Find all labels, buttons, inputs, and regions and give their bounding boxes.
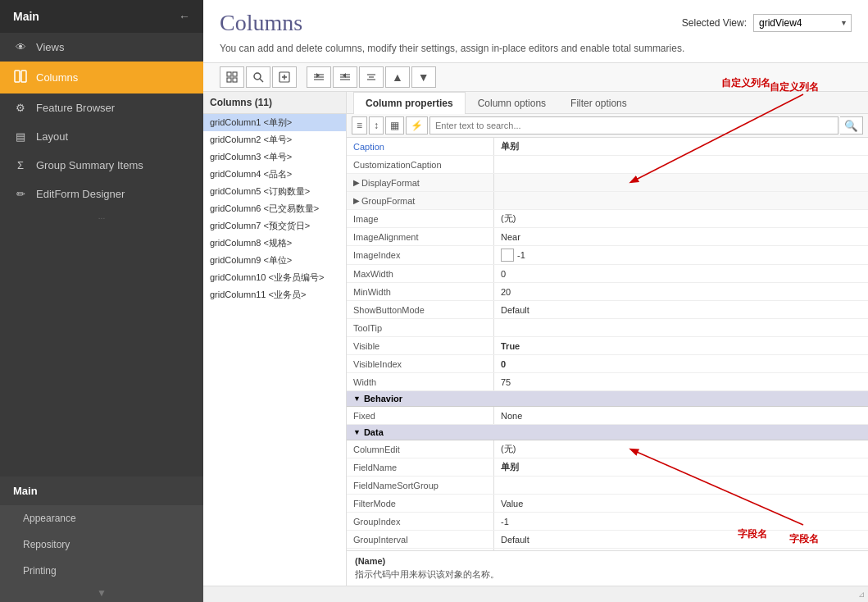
- toolbar-btn-down[interactable]: ▼: [411, 66, 436, 88]
- prop-value-fieldnamesortgroup[interactable]: [494, 477, 868, 494]
- selected-view-row: Selected View: gridView4: [682, 14, 852, 32]
- svg-rect-0: [15, 71, 20, 82]
- prop-value-tooltip[interactable]: [494, 319, 868, 336]
- tab-column-properties[interactable]: Column properties: [353, 92, 466, 114]
- sidebar-nav: 👁 Views Columns ⚙ Feature Browser ▤ Layo…: [0, 33, 203, 477]
- groupformat-expand[interactable]: ▶: [353, 196, 360, 205]
- prop-value-fixed[interactable]: None: [494, 407, 868, 424]
- data-collapse-icon: ▼: [353, 428, 361, 436]
- prop-value-filtermode[interactable]: Value: [494, 495, 868, 512]
- prop-value-imageindex[interactable]: -1: [494, 246, 868, 264]
- prop-row-columnedit: ColumnEdit (无): [347, 440, 868, 458]
- toolbar-btn-up[interactable]: ▲: [385, 66, 410, 88]
- prop-value-showbuttonmode[interactable]: Default: [494, 301, 868, 318]
- toolbar: ▲ ▼: [203, 63, 868, 92]
- props-btn-lightning[interactable]: ⚡: [406, 116, 428, 135]
- column-item-4[interactable]: gridColumn4 <品名>: [203, 166, 346, 183]
- prop-value-minwidth[interactable]: 20: [494, 283, 868, 300]
- sidebar-section-main[interactable]: Main: [0, 477, 203, 505]
- props-btn-sort[interactable]: ↕: [369, 116, 384, 135]
- prop-row-maxwidth: MaxWidth 0: [347, 265, 868, 283]
- column-item-5[interactable]: gridColumn5 <订购数量>: [203, 183, 346, 200]
- section-behavior[interactable]: ▼ Behavior: [347, 391, 868, 407]
- prop-value-groupformat: [494, 192, 868, 209]
- prop-name-minwidth: MinWidth: [347, 283, 494, 300]
- prop-value-imagealignment[interactable]: Near: [494, 228, 868, 245]
- prop-value-columnedit[interactable]: (无): [494, 440, 868, 458]
- toolbar-btn-indent[interactable]: [307, 66, 331, 88]
- props-btn-grid[interactable]: ▦: [385, 116, 404, 135]
- sidebar-back-arrow[interactable]: ←: [179, 10, 190, 23]
- prop-row-groupformat[interactable]: ▶ GroupFormat: [347, 192, 868, 210]
- sidebar-item-editform[interactable]: ✏ EditForm Designer: [0, 180, 203, 208]
- column-item-10[interactable]: gridColumn10 <业务员编号>: [203, 269, 346, 286]
- sidebar-section-appearance[interactable]: Appearance: [0, 505, 203, 531]
- prop-name-groupformat: ▶ GroupFormat: [347, 192, 494, 209]
- column-item-11[interactable]: gridColumn11 <业务员>: [203, 286, 346, 303]
- props-toolbar: ≡ ↕ ▦ ⚡ 🔍: [347, 114, 868, 138]
- column-item-3[interactable]: gridColumn3 <单号>: [203, 148, 346, 166]
- sidebar-item-feature-browser[interactable]: ⚙ Feature Browser: [0, 93, 203, 122]
- top-bar-row: Columns Selected View: gridView4: [220, 10, 852, 36]
- tabs-bar: Column properties Column options Filter …: [347, 92, 868, 114]
- sidebar-sections: Main Appearance Repository Printing ▼: [0, 477, 203, 602]
- prop-name-width: Width: [347, 373, 494, 390]
- sidebar-section-printing[interactable]: Printing: [0, 558, 203, 584]
- top-bar: Columns Selected View: gridView4 You can…: [203, 0, 868, 63]
- sidebar-section-repository[interactable]: Repository: [0, 531, 203, 558]
- columns-panel: Columns (11) gridColumn1 <单别> gridColumn…: [203, 92, 347, 586]
- toolbar-btn-grid[interactable]: [220, 66, 244, 88]
- props-search-button[interactable]: 🔍: [840, 116, 863, 135]
- displayformat-expand[interactable]: ▶: [353, 178, 360, 187]
- toolbar-btn-outdent[interactable]: [333, 66, 357, 88]
- column-item-2[interactable]: gridColumn2 <单号>: [203, 131, 346, 148]
- prop-name-columnedit: ColumnEdit: [347, 440, 494, 458]
- sidebar-item-layout[interactable]: ▤ Layout: [0, 122, 203, 151]
- sidebar-chevron-down[interactable]: ▼: [0, 584, 203, 602]
- column-item-9[interactable]: gridColumn9 <单位>: [203, 252, 346, 269]
- sidebar-item-columns[interactable]: Columns: [0, 62, 203, 93]
- properties-panel: Column properties Column options Filter …: [347, 92, 868, 586]
- section-main-label: Main: [13, 485, 38, 497]
- prop-value-image[interactable]: (无): [494, 210, 868, 227]
- toolbar-btn-search[interactable]: [246, 66, 270, 88]
- section-data-label: Data: [364, 427, 384, 437]
- column-item-6[interactable]: gridColumn6 <已交易数量>: [203, 200, 346, 217]
- section-data[interactable]: ▼ Data: [347, 425, 868, 440]
- prop-name-groupindex: GroupIndex: [347, 513, 494, 530]
- sidebar-item-editform-label: EditForm Designer: [36, 188, 125, 200]
- prop-value-maxwidth[interactable]: 0: [494, 265, 868, 282]
- toolbar-btn-center[interactable]: [359, 66, 384, 88]
- prop-row-caption: Caption 单别: [347, 138, 868, 156]
- column-item-7[interactable]: gridColumn7 <预交货日>: [203, 217, 346, 235]
- sidebar-item-layout-label: Layout: [36, 130, 68, 143]
- prop-row-imagealignment: ImageAlignment Near: [347, 228, 868, 246]
- page-title: Columns: [220, 10, 302, 36]
- prop-value-visible[interactable]: True: [494, 337, 868, 354]
- tab-filter-options[interactable]: Filter options: [558, 92, 639, 114]
- prop-value-customization-caption[interactable]: [494, 156, 868, 173]
- prop-name-maxwidth: MaxWidth: [347, 265, 494, 282]
- prop-value-width[interactable]: 75: [494, 373, 868, 390]
- selected-view-wrapper: gridView4: [753, 14, 852, 32]
- props-btn-list[interactable]: ≡: [352, 116, 367, 135]
- svg-rect-1: [21, 71, 26, 82]
- prop-value-groupindex[interactable]: -1: [494, 513, 868, 530]
- selected-view-select[interactable]: gridView4: [753, 14, 852, 32]
- sidebar-item-views[interactable]: 👁 Views: [0, 33, 203, 62]
- prop-value-fieldname[interactable]: 单别: [494, 458, 868, 476]
- prop-value-visibleindex[interactable]: 0: [494, 355, 868, 372]
- tab-column-options[interactable]: Column options: [466, 92, 558, 114]
- sidebar-item-group-summary[interactable]: Σ Group Summary Items: [0, 151, 203, 180]
- prop-value-groupinterval[interactable]: Default: [494, 531, 868, 548]
- column-item-8[interactable]: gridColumn8 <规格>: [203, 235, 346, 252]
- props-search-input[interactable]: [429, 116, 838, 135]
- toolbar-btn-add[interactable]: [272, 66, 297, 88]
- feature-browser-icon: ⚙: [13, 102, 28, 114]
- sidebar-title: Main: [13, 10, 39, 23]
- column-item-1[interactable]: gridColumn1 <单别>: [203, 114, 346, 131]
- prop-name-imageindex: ImageIndex: [347, 246, 494, 264]
- prop-row-displayformat[interactable]: ▶ DisplayFormat: [347, 174, 868, 192]
- prop-value-caption[interactable]: 单别: [494, 138, 868, 155]
- resize-icon: ⊿: [858, 590, 865, 599]
